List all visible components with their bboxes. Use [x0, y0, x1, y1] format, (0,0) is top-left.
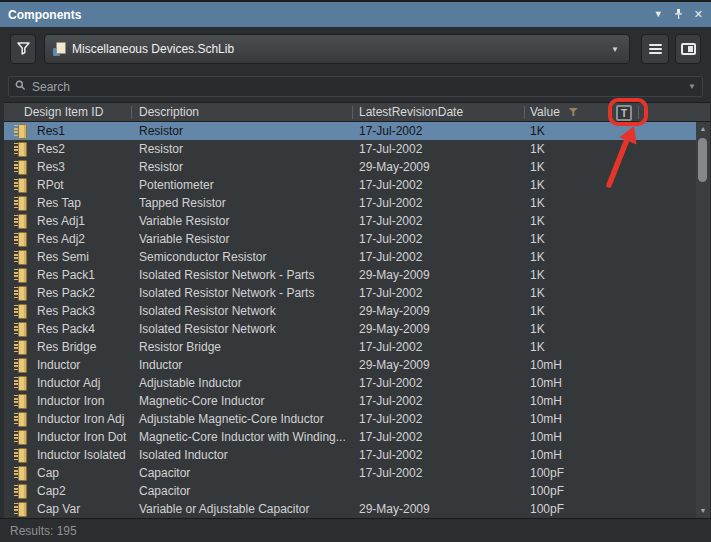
table-row[interactable]: Inductor Isolated Isolated Inductor 17-J…: [4, 446, 696, 464]
results-count: Results: 195: [10, 524, 77, 538]
table-row[interactable]: Res Tap Tapped Resistor 17-Jul-2002 1K: [4, 194, 696, 212]
close-icon[interactable]: ✕: [694, 9, 703, 20]
vertical-scrollbar[interactable]: ▲▼: [696, 122, 710, 518]
latest-revision-date: 17-Jul-2002: [352, 394, 524, 408]
table-row[interactable]: Res3 Resistor 29-May-2009 1K: [4, 158, 696, 176]
table-row[interactable]: Res Pack4 Isolated Resistor Network 29-M…: [4, 320, 696, 338]
design-item-id: Cap Var: [37, 502, 80, 516]
latest-revision-date: 17-Jul-2002: [352, 430, 524, 444]
value: 10mH: [524, 412, 696, 426]
table-row[interactable]: Inductor Iron Adj Adjustable Magnetic-Co…: [4, 410, 696, 428]
table-row[interactable]: Inductor Iron Magnetic-Core Inductor 17-…: [4, 392, 696, 410]
component-icon: [14, 430, 28, 445]
latest-revision-date: 29-May-2009: [352, 160, 524, 174]
status-bar: Results: 195: [0, 518, 711, 542]
table-row[interactable]: Cap Capacitor 17-Jul-2002 100pF: [4, 464, 696, 482]
scrollbar-thumb[interactable]: [698, 138, 707, 182]
component-icon: [14, 376, 28, 391]
component-icon: [14, 160, 28, 175]
value: 1K: [524, 142, 696, 156]
library-selector[interactable]: Miscellaneous Devices.SchLib ▼: [44, 34, 630, 64]
component-icon: [14, 340, 28, 355]
list-view-menu-button[interactable]: [641, 34, 669, 64]
value: 1K: [524, 286, 696, 300]
column-header-description[interactable]: Description: [131, 103, 352, 121]
table-row[interactable]: Res Pack1 Isolated Resistor Network - Pa…: [4, 266, 696, 284]
table-row[interactable]: Res Adj2 Variable Resistor 17-Jul-2002 1…: [4, 230, 696, 248]
design-item-id: Res Pack2: [37, 286, 95, 300]
split-panel-icon: [681, 43, 696, 55]
table-row[interactable]: RPot Potentiometer 17-Jul-2002 1K: [4, 176, 696, 194]
column-header-latest-revision-date[interactable]: LatestRevisionDate: [352, 103, 524, 121]
component-icon: [14, 178, 28, 193]
value: 1K: [524, 124, 696, 138]
component-icon: [14, 286, 28, 301]
filter-button[interactable]: [10, 34, 36, 64]
description: Isolated Resistor Network: [131, 304, 352, 318]
design-item-id: Cap2: [37, 484, 66, 498]
search-input[interactable]: [32, 80, 688, 94]
table-row[interactable]: Res1 Resistor 17-Jul-2002 1K: [4, 122, 696, 140]
description: Isolated Resistor Network - Parts: [131, 268, 352, 282]
hamburger-icon: [649, 44, 662, 54]
value: 1K: [524, 304, 696, 318]
design-item-id: Res Bridge: [37, 340, 96, 354]
search-bar[interactable]: ▼: [8, 76, 703, 97]
table-row[interactable]: Res Semi Semiconductor Resistor 17-Jul-2…: [4, 248, 696, 266]
description: Resistor: [131, 160, 352, 174]
description: Isolated Resistor Network - Parts: [131, 286, 352, 300]
table-row[interactable]: Inductor Inductor 29-May-2009 10mH: [4, 356, 696, 374]
table-row[interactable]: Res Pack3 Isolated Resistor Network 29-M…: [4, 302, 696, 320]
design-item-id: Res Adj1: [37, 214, 85, 228]
toolbar: Miscellaneous Devices.SchLib ▼: [0, 27, 711, 71]
value: 100pF: [524, 466, 696, 480]
latest-revision-date: 29-May-2009: [352, 304, 524, 318]
component-icon: [14, 322, 28, 337]
scroll-up-icon[interactable]: ▲: [696, 123, 710, 135]
value: 1K: [524, 268, 696, 282]
component-icon: [14, 304, 28, 319]
column-header-design-item-id[interactable]: Design Item ID: [4, 103, 131, 121]
scroll-down-icon[interactable]: ▼: [696, 505, 710, 517]
design-item-id: Inductor Iron: [37, 394, 104, 408]
table-row[interactable]: Res Pack2 Isolated Resistor Network - Pa…: [4, 284, 696, 302]
table-row[interactable]: Cap2 Capacitor 100pF: [4, 482, 696, 500]
table-row[interactable]: Inductor Adj Adjustable Inductor 17-Jul-…: [4, 374, 696, 392]
latest-revision-date: 17-Jul-2002: [352, 124, 524, 138]
grid-header: Design Item ID Description LatestRevisio…: [4, 102, 710, 122]
latest-revision-date: 17-Jul-2002: [352, 250, 524, 264]
component-icon: [14, 466, 28, 481]
table-row[interactable]: Res2 Resistor 17-Jul-2002 1K: [4, 140, 696, 158]
value: 10mH: [524, 430, 696, 444]
panel-menu-chevron-icon[interactable]: ▼: [654, 10, 663, 19]
search-history-chevron-icon[interactable]: ▼: [688, 82, 696, 91]
pin-icon[interactable]: [673, 8, 684, 22]
table-row[interactable]: Res Adj1 Variable Resistor 17-Jul-2002 1…: [4, 212, 696, 230]
value: 1K: [524, 196, 696, 210]
component-icon: [14, 250, 28, 265]
latest-revision-date: 17-Jul-2002: [352, 340, 524, 354]
description: Adjustable Magnetic-Core Inductor: [131, 412, 352, 426]
table-row[interactable]: Res Bridge Resistor Bridge 17-Jul-2002 1…: [4, 338, 696, 356]
latest-revision-date: 17-Jul-2002: [352, 466, 524, 480]
value-filter-funnel-icon[interactable]: [569, 108, 578, 116]
description: Resistor: [131, 142, 352, 156]
chevron-down-icon: ▼: [611, 45, 619, 54]
design-item-id: Res Tap: [37, 196, 81, 210]
design-item-id: RPot: [37, 178, 64, 192]
value: 10mH: [524, 394, 696, 408]
panel-layout-button[interactable]: [675, 34, 701, 64]
description: Resistor Bridge: [131, 340, 352, 354]
column-chooser-button[interactable]: T: [616, 105, 632, 121]
design-item-id: Res Pack4: [37, 322, 95, 336]
value: 1K: [524, 160, 696, 174]
component-icon: [14, 448, 28, 463]
table-row[interactable]: Inductor Iron Dot Magnetic-Core Inductor…: [4, 428, 696, 446]
table-row[interactable]: Cap Var Variable or Adjustable Capacitor…: [4, 500, 696, 518]
component-icon: [14, 124, 28, 139]
value: 1K: [524, 178, 696, 192]
components-panel: Components ▼ ✕ Miscellaneous Devices.Sch…: [0, 0, 711, 542]
design-item-id: Inductor Iron Dot: [37, 430, 126, 444]
value: 1K: [524, 250, 696, 264]
value: 10mH: [524, 448, 696, 462]
